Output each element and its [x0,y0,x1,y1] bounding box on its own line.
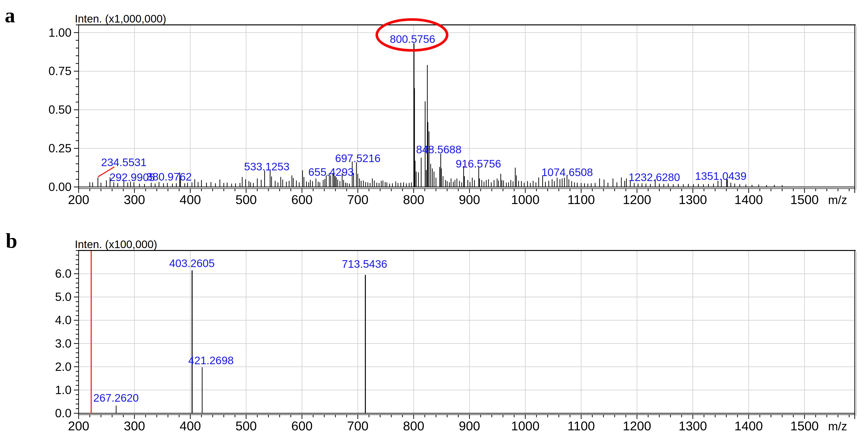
y-tick-label: 0.0 [55,407,71,420]
y-tick-label: 3.0 [55,337,71,350]
x-tick-label: 1500 [790,419,819,433]
x-tick-label: 1500 [790,193,819,207]
peak-label: 655.4293 [308,166,354,178]
x-tick-label: 200 [68,419,89,433]
x-tick-label: 600 [291,419,313,433]
mz-axis-label: m/z [828,194,847,207]
y-tick-label: 5.0 [55,290,71,303]
x-tick-label: 700 [347,419,368,433]
y-tick-label: 0.00 [49,180,71,194]
x-tick-label: 500 [235,193,257,207]
y-tick-label: 0.75 [49,64,71,78]
peak-label: 234.5531 [101,156,147,169]
x-tick-label: 300 [124,419,145,433]
x-tick-label: 900 [459,193,480,207]
peak-label: 916.5756 [456,157,501,170]
x-tick-label: 1300 [679,419,707,433]
y-tick-label: 1.00 [49,26,71,39]
x-tick-label: 1000 [511,193,539,207]
peak-label: 380.9762 [146,171,192,183]
peak-label: 421.2698 [188,354,234,366]
x-tick-label: 500 [235,419,257,433]
peak-label: 1074.6508 [541,166,593,178]
panel-a-spectrum: 2003004005006007008009001000110012001300… [5,4,856,207]
x-tick-label: 700 [347,193,368,207]
peak-label: 697.5216 [335,152,380,165]
axis-intensity-title: Inten. (x1,000,000) [75,12,166,25]
x-tick-label: 400 [180,419,201,433]
y-tick-label: 0.25 [49,142,71,155]
x-tick-label: 800 [403,193,424,207]
y-tick-label: 6.0 [55,267,71,280]
panel-letter: b [6,229,17,253]
x-tick-label: 1100 [567,419,595,433]
y-tick-label: 1.0 [55,383,71,397]
x-tick-label: 1200 [623,419,651,433]
peak-label: 533.1253 [244,160,289,173]
x-tick-label: 1200 [623,193,651,207]
peak-label: 848.5688 [416,143,462,156]
peak-label: 267.2620 [93,392,139,404]
mass-spectra-figure: 2003004005006007008009001000110012001300… [0,0,868,441]
x-tick-label: 1400 [735,193,763,207]
x-tick-label: 200 [68,193,89,207]
x-tick-label: 300 [124,193,145,207]
x-tick-label: 800 [403,419,424,433]
spectra-canvas: 2003004005006007008009001000110012001300… [0,0,868,441]
axis-intensity-title: Inten. (x100,000) [75,238,157,251]
y-tick-label: 2.0 [55,360,71,374]
x-tick-label: 1000 [511,419,539,433]
peak-label: 800.5756 [390,33,435,45]
peak-label: 713.5436 [342,258,387,270]
x-tick-label: 600 [291,193,313,207]
mz-axis-label: m/z [828,420,847,433]
x-tick-label: 1300 [679,193,707,207]
y-tick-label: 4.0 [55,314,71,327]
x-tick-label: 900 [459,419,480,433]
panel-b-spectrum: 2003004005006007008009001000110012001300… [6,229,856,433]
y-tick-label: 0.50 [49,103,71,116]
x-tick-label: 1400 [735,419,763,433]
peak-label: 1351.0439 [695,170,746,182]
panel-letter: a [5,4,15,27]
peak-label: 1232.6280 [629,171,680,183]
x-tick-label: 400 [180,193,201,207]
peak-label: 403.2605 [169,257,215,269]
x-tick-label: 1100 [567,193,595,207]
